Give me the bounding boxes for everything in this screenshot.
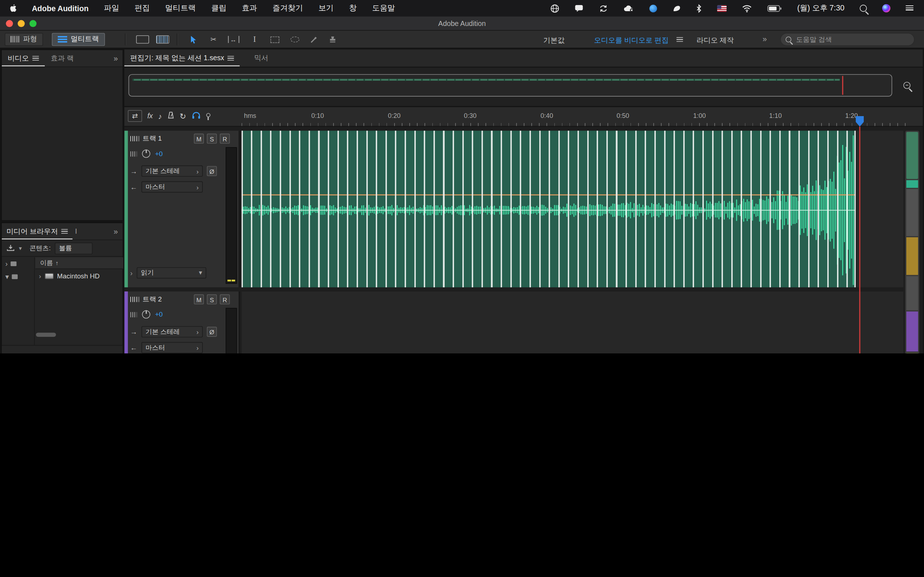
multitrack-view-button[interactable]: 멀티트랙 [52, 33, 105, 46]
volume-value[interactable]: +0 [155, 311, 162, 318]
navigator-range-bar[interactable] [129, 74, 892, 97]
workspace-active[interactable]: 오디오를 비디오로 편집 [594, 35, 669, 45]
help-search-input[interactable] [780, 33, 914, 46]
lasso-tool-icon[interactable] [286, 33, 303, 46]
monitor-input-headphones-icon[interactable] [191, 111, 201, 121]
drives-icon[interactable] [12, 274, 18, 279]
menu-clip[interactable]: 클립 [204, 0, 234, 16]
menubar-clock[interactable]: (월) 오후 7:30 [789, 0, 852, 16]
playhead-line[interactable] [859, 127, 860, 353]
arm-record-button[interactable]: R [220, 294, 230, 305]
tab-editor-session[interactable]: 편집기: 제목 없는 세션 1.sesx [124, 49, 240, 66]
disclosure-chevron-icon[interactable]: › [39, 272, 41, 279]
volume-knob[interactable] [142, 310, 150, 318]
shortcuts-icon[interactable] [10, 261, 16, 266]
track-name[interactable]: 트랙 1 [142, 134, 162, 143]
close-window-button[interactable] [6, 20, 13, 27]
ruler-unit[interactable]: hms [244, 112, 256, 119]
marquee-tool-icon[interactable] [267, 33, 283, 46]
app-status-icon[interactable] [664, 0, 688, 16]
solo-button[interactable]: S [207, 294, 217, 305]
add-marker-icon[interactable] [206, 113, 210, 117]
razor-tool-icon[interactable]: ✂ [205, 33, 221, 46]
workspace-radio[interactable]: 라디오 제작 [696, 35, 734, 45]
loop-preview-button[interactable] [70, 352, 79, 353]
import-caret-icon[interactable]: ▾ [19, 245, 22, 251]
sync-status-icon[interactable] [591, 0, 616, 16]
arm-record-button[interactable]: R [220, 134, 230, 144]
output-select[interactable]: 마스터› [142, 181, 203, 193]
tab-mixer[interactable]: 믹서 [248, 49, 274, 66]
auto-play-volume-button[interactable] [92, 352, 102, 353]
tab-effects-rack[interactable]: 효과 랙 [45, 50, 80, 67]
menu-file[interactable]: 파일 [96, 0, 127, 16]
metronome-icon[interactable] [167, 111, 174, 121]
horizontal-scrollbar-thumb[interactable] [36, 332, 56, 337]
browser-status-icon[interactable] [642, 0, 665, 16]
tab-hidden-partial[interactable]: I [73, 223, 79, 240]
apple-menu[interactable] [0, 0, 24, 16]
workspace-overflow-icon[interactable]: » [762, 35, 767, 43]
loop-record-icon[interactable]: ↻ [180, 111, 186, 120]
menubar-app-name[interactable]: Adobe Audition [24, 0, 96, 16]
snap-toggle-icon[interactable]: ⇄ [128, 110, 142, 122]
mute-button[interactable]: M [194, 294, 204, 305]
spectral-display-icon[interactable] [155, 33, 171, 46]
menu-view[interactable]: 보기 [311, 0, 341, 16]
import-media-icon[interactable] [6, 243, 15, 253]
menu-help[interactable]: 도움말 [364, 0, 402, 16]
spot-healing-tool-icon[interactable] [324, 33, 341, 46]
menu-window[interactable]: 창 [341, 0, 365, 16]
panel-menu-icon[interactable] [228, 56, 234, 60]
automation-mode-select[interactable]: 읽기▾ [137, 267, 207, 279]
tab-video[interactable]: 비디오 [2, 50, 45, 67]
volume-knob[interactable] [142, 150, 150, 158]
move-tool-icon[interactable] [185, 33, 202, 46]
input-select[interactable]: 기본 스테레› [142, 166, 203, 177]
menu-favorites[interactable]: 즐겨찾기 [265, 0, 311, 16]
panel-overflow-icon[interactable]: » [114, 54, 123, 62]
track-effects-icon[interactable]: fx [147, 112, 153, 120]
mute-button[interactable]: M [194, 134, 204, 144]
spotlight-search-icon[interactable] [852, 0, 874, 16]
track-1-lane[interactable] [241, 131, 903, 287]
input-source-flag-icon[interactable] [709, 0, 734, 16]
globe-status-icon[interactable] [543, 0, 567, 16]
bluetooth-status-icon[interactable] [688, 0, 709, 16]
battery-status-icon[interactable] [759, 0, 789, 16]
phase-toggle-button[interactable]: Ø [207, 327, 217, 337]
minimize-window-button[interactable] [18, 20, 25, 27]
output-select[interactable]: 마스터› [142, 342, 203, 353]
waveform-view-button[interactable]: 파형 [5, 33, 43, 46]
expand-caret-icon[interactable]: ▾ [5, 272, 9, 281]
drive-row[interactable]: › Macintosh HD [36, 269, 123, 283]
vertical-track-navigator[interactable] [905, 131, 919, 353]
solo-button[interactable]: S [207, 134, 217, 144]
collapse-chevron-icon[interactable]: › [5, 259, 8, 268]
track-2-lane[interactable] [241, 292, 903, 353]
input-select[interactable]: 기본 스테레› [142, 326, 203, 337]
track-name[interactable]: 트랙 2 [142, 295, 162, 304]
menu-effects[interactable]: 효과 [234, 0, 265, 16]
insert-clip-icon[interactable]: ♪ [158, 111, 162, 120]
creative-cloud-status-icon[interactable] [616, 0, 642, 16]
wifi-status-icon[interactable] [734, 0, 759, 16]
panel-overflow-icon[interactable]: » [114, 227, 123, 235]
drive-name[interactable]: Macintosh HD [57, 272, 100, 279]
volume-value[interactable]: +0 [155, 150, 162, 157]
content-select[interactable]: 볼륨 [55, 242, 92, 254]
navigator-zoom-out-icon[interactable]: − [903, 81, 911, 91]
brush-tool-icon[interactable] [305, 33, 322, 46]
messages-status-icon[interactable] [567, 0, 591, 16]
workspace-menu-icon[interactable] [677, 37, 683, 42]
time-selection-tool-icon[interactable]: ↔ [225, 33, 242, 46]
phase-toggle-button[interactable]: Ø [207, 166, 217, 176]
navigator-playhead[interactable] [842, 76, 843, 95]
tab-media-browser[interactable]: 미디어 브라우저 [2, 223, 73, 240]
control-center-icon[interactable] [898, 0, 924, 16]
menu-edit[interactable]: 편집 [127, 0, 157, 16]
ibeam-tool-icon[interactable]: I [246, 33, 263, 46]
name-column-header[interactable]: 이름 [40, 259, 53, 267]
panel-menu-icon[interactable] [61, 229, 68, 234]
panel-layout-icon[interactable] [134, 33, 151, 46]
